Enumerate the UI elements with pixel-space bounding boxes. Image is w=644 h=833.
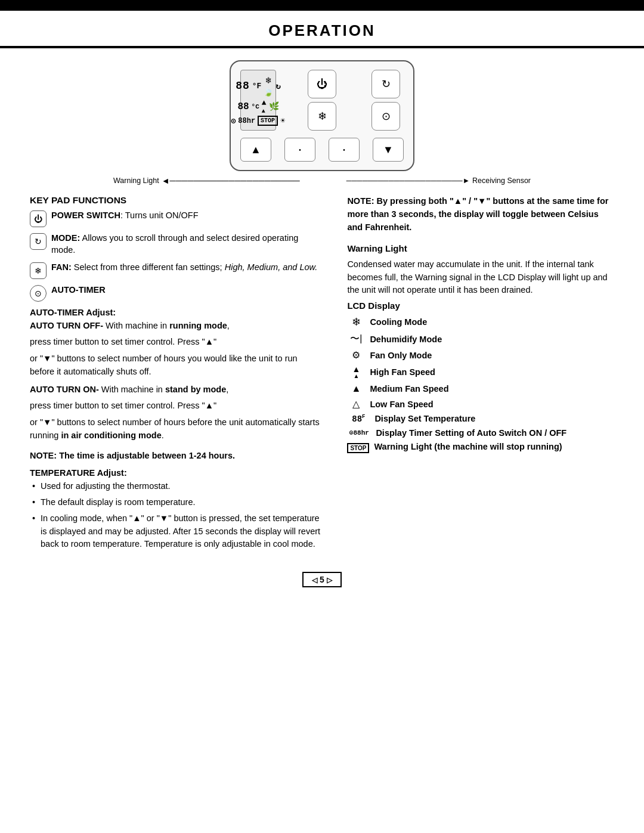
power-text: POWER SWITCH: Turns unit ON/OFF bbox=[51, 209, 199, 221]
fan-button[interactable]: ❄ bbox=[308, 102, 336, 131]
fan-label: Select from three different fan settings… bbox=[72, 262, 225, 272]
dehumidify-label: Dehumidify Mode bbox=[370, 335, 442, 344]
cooling-icon: ❄ bbox=[347, 315, 365, 329]
power-label: : Turns unit ON/OFF bbox=[120, 210, 199, 220]
mode-label-bold: MODE: bbox=[51, 233, 80, 243]
celsius-icon: °C bbox=[252, 103, 259, 110]
display-icons-right: ❄ 🍃 bbox=[264, 75, 273, 97]
standby-mode-bold: stand by mode bbox=[165, 385, 226, 394]
temp-bullet-3: In cooling mode, when "▲" or "▼" button … bbox=[32, 512, 323, 551]
note-celsius-text: NOTE: By pressing both "▲" / "▼" buttons… bbox=[347, 195, 614, 234]
stop-warning-label-bold: Warning Light (the machine will stop run… bbox=[374, 442, 562, 451]
lcd-item-dehumidify: 〜| Dehumidify Mode bbox=[347, 333, 614, 345]
power-icon: ⏻ bbox=[30, 210, 47, 227]
note-celsius-box: NOTE: By pressing both "▲" / "▼" buttons… bbox=[347, 195, 614, 234]
up-arrow-button[interactable]: ▲ bbox=[240, 138, 271, 162]
auto-turn-off-text: AUTO TURN OFF- With machine in running m… bbox=[30, 320, 323, 333]
warning-light-label-section: Warning Light ◄────────────────────── bbox=[113, 176, 300, 185]
auto-timer-section: AUTO-TIMER Adjust: AUTO TURN OFF- With m… bbox=[30, 308, 323, 442]
mode-label: Allows you to scroll through and select … bbox=[51, 233, 298, 255]
fan-only-icon: ⚙ bbox=[347, 349, 365, 361]
dehumidify-icon: 〜| bbox=[347, 333, 365, 345]
high-fan-arrow-bot: ▲ bbox=[353, 373, 359, 379]
receiving-sensor-label: Receiving Sensor bbox=[472, 176, 531, 185]
lcd-item-low-fan: △ Low Fan Speed bbox=[347, 398, 614, 410]
key-item-autotimer: ⊙ AUTO-TIMER bbox=[30, 284, 323, 302]
sensor-labels: Warning Light ◄────────────────────── ──… bbox=[113, 171, 531, 195]
med-fan-label: Medium Fan Speed bbox=[370, 384, 448, 394]
display-temp-label-bold: Display Set Temperature bbox=[374, 414, 475, 423]
timer-icon-btn: ⊙ bbox=[30, 285, 47, 302]
warning-light-text: Condensed water may accumulate in the un… bbox=[347, 258, 614, 297]
sun-icon: ☀ bbox=[280, 116, 285, 126]
page-title-section: OPERATION bbox=[0, 11, 644, 46]
fan-label-bold: FAN: bbox=[51, 262, 72, 272]
display-temp-label: Display Set Temperature bbox=[374, 414, 475, 423]
mode-icon: 🍃 bbox=[264, 88, 273, 97]
lcd-item-high-fan: ▲ ▲ High Fan Speed bbox=[347, 365, 614, 379]
lcd-item-cooling: ❄ Cooling Mode bbox=[347, 315, 614, 329]
top-bar bbox=[0, 0, 644, 11]
page-number-badge: 5 bbox=[302, 572, 342, 587]
auto-timer-adjust-title: AUTO-TIMER Adjust: bbox=[30, 308, 323, 317]
arrow-right-icon: ◄────────────────────── bbox=[162, 176, 300, 185]
lcd-item-timer-display: ⊙88hr Display Timer Setting of Auto Swit… bbox=[347, 428, 614, 438]
mode-text: MODE: Allows you to scroll through and s… bbox=[51, 232, 323, 256]
auto-turn-off-detail: press timer button to set timer control.… bbox=[30, 336, 323, 349]
fan-icon-top: ▲ bbox=[262, 98, 267, 107]
lcd-item-fan-only: ⚙ Fan Only Mode bbox=[347, 349, 614, 361]
temperature-title: TEMPERATURE Adjust: bbox=[30, 468, 323, 478]
display-fahrenheit: °F bbox=[252, 82, 262, 91]
med-fan-icon: ▲ bbox=[347, 383, 365, 394]
auto-turn-on-text: AUTO TURN ON- With machine in stand by m… bbox=[30, 383, 323, 397]
mode-icon-btn: ↻ bbox=[30, 233, 47, 250]
power-button[interactable]: ⏻ bbox=[308, 70, 336, 98]
fan-icon-btn: ❄ bbox=[30, 262, 47, 279]
page-number-section: 5 bbox=[0, 572, 644, 599]
cooling-label: Cooling Mode bbox=[370, 317, 427, 327]
stop-warning-icon: STOP bbox=[347, 443, 369, 453]
display-celsius-row: 88 °C ▲ ▲ 🌿 bbox=[237, 98, 278, 114]
auto-turn-on-detail2: or "▼" buttons to select number of hours… bbox=[30, 416, 323, 442]
display-top-row: 88 °F ❄ 🍃 ↻ bbox=[236, 75, 281, 97]
remote-bottom-row: ▲ • • ▼ bbox=[240, 138, 404, 162]
remote-grid: ⏻ 88 °F ❄ 🍃 ↻ 88 °C ▲ ▲ bbox=[240, 70, 404, 134]
auto-turn-on-bold: AUTO TURN ON- bbox=[30, 385, 99, 394]
temp-bullet-1: Used for adjusting the thermostat. bbox=[32, 480, 323, 493]
display-timer: 88hr bbox=[238, 117, 255, 125]
autotimer-label-bold: AUTO-TIMER bbox=[51, 285, 106, 295]
lcd-item-med-fan: ▲ Medium Fan Speed bbox=[347, 383, 614, 394]
note-time: NOTE: The time is adjustable between 1-2… bbox=[30, 450, 323, 463]
display-temp-icon: 88F bbox=[347, 414, 370, 424]
fan-label-italic: High, Medium, and Low. bbox=[225, 262, 318, 272]
page-title: OPERATION bbox=[0, 21, 644, 40]
note-celsius-bold: NOTE: By pressing both "▲" / "▼" buttons… bbox=[347, 196, 608, 232]
receiving-sensor-label-section: ──────────────────────► Receiving Sensor bbox=[346, 176, 531, 185]
clock-icon: ⊙ bbox=[231, 116, 236, 126]
right-column: NOTE: By pressing both "▲" / "▼" buttons… bbox=[347, 195, 614, 554]
high-fan-label-bold: High Fan Speed bbox=[370, 367, 435, 377]
fan-text: FAN: Select from three different fan set… bbox=[51, 261, 317, 273]
auto-turn-on-detail: press timer button to set timer control.… bbox=[30, 400, 323, 413]
timer-display-icon: ⊙88hr bbox=[347, 429, 371, 436]
leaf-icon: 🌿 bbox=[269, 101, 279, 112]
temp-bullet-2: The default display is room temperature. bbox=[32, 496, 323, 509]
high-fan-arrow-top: ▲ bbox=[352, 365, 360, 373]
low-fan-label: Low Fan Speed bbox=[370, 400, 433, 409]
timer-button[interactable]: ⊙ bbox=[371, 102, 400, 131]
key-item-fan: ❄ FAN: Select from three different fan s… bbox=[30, 261, 323, 279]
mode-right-icon: ↻ bbox=[275, 81, 280, 91]
key-pad-section: KEY PAD FUNCTIONS ⏻ POWER SWITCH: Turns … bbox=[30, 195, 323, 302]
auto-turn-off-bold: AUTO TURN OFF- bbox=[30, 321, 103, 330]
lcd-item-stop: STOP Warning Light (the machine will sto… bbox=[347, 442, 614, 453]
running-mode-bold: running mode bbox=[169, 321, 227, 330]
air-conditioning-mode-bold: in air conditioning mode bbox=[61, 431, 161, 440]
cooling-label-bold: Cooling Mode bbox=[370, 317, 427, 327]
key-item-mode: ↻ MODE: Allows you to scroll through and… bbox=[30, 232, 323, 256]
timer-display-label: Display Timer Setting of Auto Switch ON … bbox=[376, 428, 566, 438]
down-arrow-button[interactable]: ▼ bbox=[373, 138, 404, 162]
lcd-item-display-temp: 88F Display Set Temperature bbox=[347, 414, 614, 424]
dehumidify-label-bold: Dehumidify Mode bbox=[370, 335, 442, 344]
left-column: KEY PAD FUNCTIONS ⏻ POWER SWITCH: Turns … bbox=[30, 195, 323, 554]
mode-button[interactable]: ↻ bbox=[371, 70, 400, 98]
